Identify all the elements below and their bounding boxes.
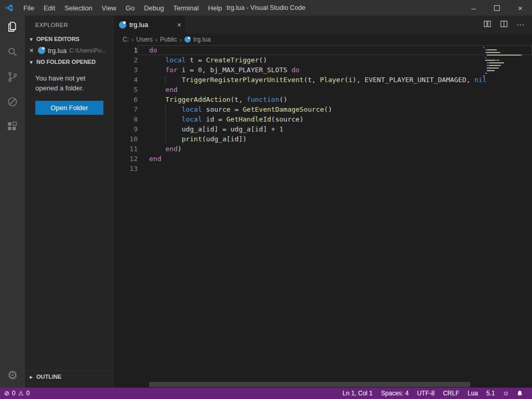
status-bar: ⊘ 0 ⚠ 0 Ln 1, Col 1Spaces: 4UTF-8CRLFLua… (0, 388, 532, 399)
explorer-icon (6, 20, 19, 36)
code-line-text (138, 164, 532, 174)
settings-button[interactable]: ⚙ (0, 363, 25, 388)
code-line[interactable]: 6 TriggerAddAction(t, function() (114, 95, 532, 104)
line-number: 11 (114, 144, 138, 154)
close-window-button[interactable]: × (509, 0, 532, 16)
line-number: 5 (114, 85, 138, 95)
code-line[interactable]: 10 print(udg_a[id]) (114, 134, 532, 144)
no-folder-message: You have not yet opened a folder. (25, 68, 114, 96)
breadcrumb-item[interactable]: C: (123, 36, 129, 43)
minimize-button[interactable]: – (462, 0, 485, 16)
error-icon: ⊘ (4, 390, 9, 397)
line-number: 10 (114, 134, 138, 144)
code-line[interactable]: 7 local source = GetEventDamageSource() (114, 104, 532, 114)
activity-search-button[interactable] (0, 41, 25, 65)
status-right: Ln 1, Col 1Spaces: 4UTF-8CRLFLua5.1 ☺ (338, 390, 527, 397)
open-folder-button[interactable]: Open Folder (35, 101, 103, 115)
feedback-smiley-icon[interactable]: ☺ (499, 390, 513, 397)
warning-icon: ⚠ (18, 390, 24, 397)
line-number: 9 (114, 124, 138, 134)
code-line-text: local id = GetHandleId(source) (138, 114, 532, 124)
editor-layout-icon[interactable] (500, 20, 508, 30)
tab-trg-lua[interactable]: trg.lua × (114, 16, 185, 34)
status-eol[interactable]: CRLF (439, 390, 463, 397)
menu-help[interactable]: Help (204, 0, 227, 16)
activity-explorer-button[interactable] (0, 16, 25, 41)
breadcrumb-item[interactable]: Public (160, 36, 177, 43)
code-line[interactable]: 12end (114, 154, 532, 164)
sidebar-explorer: EXPLORER ▾ OPEN EDITORS ✕ trg.lua C:\Use… (25, 16, 114, 388)
line-number: 4 (114, 75, 138, 85)
tab-label: trg.lua (129, 21, 148, 29)
no-folder-header[interactable]: ▾ NO FOLDER OPENED (25, 56, 114, 68)
code-line-text: local source = GetEventDamageSource() (138, 104, 532, 114)
open-editor-filepath: C:\Users\Pu... (69, 47, 107, 54)
outline-header[interactable]: ▸ OUTLINE (25, 370, 114, 382)
code-editor[interactable]: 1do2 local t = CreateTrigger()3 for i = … (114, 45, 532, 388)
status-language-mode[interactable]: Lua (463, 390, 482, 397)
menu-debug[interactable]: Debug (139, 0, 168, 16)
problems-indicator[interactable]: ⊘ 0 ⚠ 0 (4, 390, 30, 397)
lua-file-icon (38, 47, 45, 54)
code-line-text: do (138, 45, 532, 55)
breadcrumb-item[interactable]: trg.lua (193, 36, 210, 43)
open-editor-item-trg-lua[interactable]: ✕ trg.lua C:\Users\Pu... (25, 45, 114, 56)
code-line-text: TriggerAddAction(t, function() (138, 95, 532, 104)
breadcrumb: C:›Users›Public›trg.lua (114, 34, 532, 45)
code-line[interactable]: 4 TriggerRegisterPlayerUnitEvent(t, Play… (114, 75, 532, 85)
line-number: 3 (114, 65, 138, 75)
code-line[interactable]: 8 local id = GetHandleId(source) (114, 114, 532, 124)
maximize-button[interactable] (485, 0, 509, 16)
breadcrumb-item[interactable]: Users (136, 36, 152, 43)
activity-source-control-button[interactable] (0, 65, 25, 90)
code-line[interactable]: 9 udg_a[id] = udg_a[id] + 1 (114, 124, 532, 134)
code-line-text: TriggerRegisterPlayerUnitEvent(t, Player… (138, 75, 532, 85)
code-line[interactable]: 3 for i = 0, bj_MAX_PLAYER_SLOTS do (114, 65, 532, 75)
activity-extensions-button[interactable] (0, 115, 25, 140)
code-line[interactable]: 11 end) (114, 144, 532, 154)
title-bar: FileEditSelectionViewGoDebugTerminalHelp… (0, 0, 532, 16)
code-line-text: for i = 0, bj_MAX_PLAYER_SLOTS do (138, 65, 532, 75)
search-icon (6, 45, 19, 61)
menu-terminal[interactable]: Terminal (168, 0, 203, 16)
close-tab-icon[interactable]: × (177, 21, 181, 29)
line-number: 7 (114, 104, 138, 114)
editor-group: trg.lua × ⋯ C:›Users›Public›trg.lua 1do2… (114, 16, 532, 388)
code-line[interactable]: 1do (114, 45, 532, 55)
horizontal-scrollbar[interactable] (149, 382, 470, 387)
code-line-text: end (138, 85, 532, 95)
code-line-text: local t = CreateTrigger() (138, 55, 532, 65)
code-line[interactable]: 2 local t = CreateTrigger() (114, 55, 532, 65)
status-indentation[interactable]: Spaces: 4 (377, 390, 413, 397)
minimap[interactable] (483, 47, 525, 81)
menu-go[interactable]: Go (121, 0, 139, 16)
close-editor-icon[interactable]: ✕ (29, 47, 35, 54)
lua-file-icon (184, 36, 191, 43)
split-editor-icon[interactable] (483, 20, 491, 30)
activity-debug-button[interactable] (0, 90, 25, 115)
window-controls: – × (462, 0, 532, 16)
more-actions-icon[interactable]: ⋯ (516, 20, 525, 30)
open-editors-header[interactable]: ▾ OPEN EDITORS (25, 33, 114, 45)
outline-label: OUTLINE (36, 374, 61, 380)
editor-actions: ⋯ (483, 16, 532, 34)
breadcrumb-separator-icon: › (180, 36, 182, 44)
extensions-icon (6, 120, 19, 136)
menu-edit[interactable]: Edit (39, 0, 60, 16)
menu-file[interactable]: File (19, 0, 39, 16)
warning-count: 0 (26, 390, 30, 397)
window-title: trg.lua - Visual Studio Code (227, 4, 305, 11)
no-folder-label: NO FOLDER OPENED (36, 59, 96, 65)
code-line[interactable]: 5 end (114, 85, 532, 95)
minimize-icon: – (471, 4, 475, 12)
menu-view[interactable]: View (97, 0, 121, 16)
status-lua-version[interactable]: 5.1 (482, 390, 499, 397)
status-encoding[interactable]: UTF-8 (413, 390, 439, 397)
status-cursor-position[interactable]: Ln 1, Col 1 (338, 390, 377, 397)
tab-bar: trg.lua × ⋯ (114, 16, 532, 34)
code-line-text: udg_a[id] = udg_a[id] + 1 (138, 124, 532, 134)
notifications-bell-icon[interactable] (513, 390, 527, 397)
open-editors-label: OPEN EDITORS (36, 36, 79, 42)
menu-selection[interactable]: Selection (60, 0, 97, 16)
code-line[interactable]: 13 (114, 164, 532, 174)
